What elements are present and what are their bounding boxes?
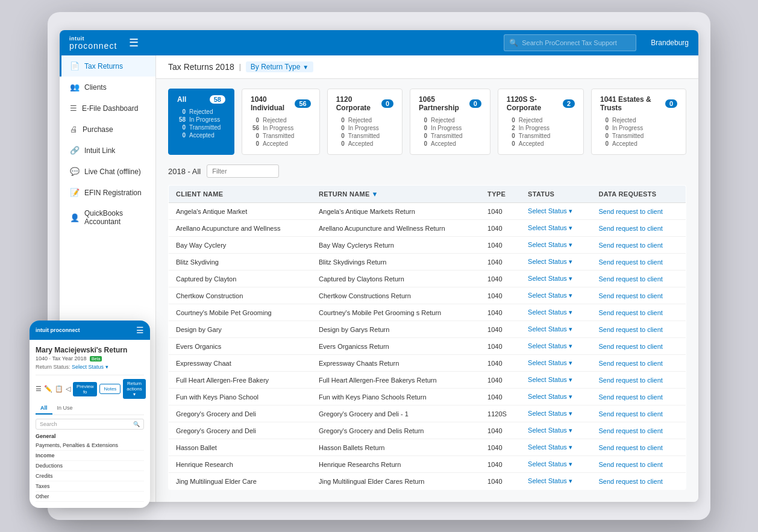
return-name-cell[interactable]: Henrique Researchs Return [312, 456, 480, 473]
filter-badge[interactable]: By Return Type ▼ [246, 61, 313, 72]
send-request-link[interactable]: Send request to client [598, 242, 662, 249]
send-request-link[interactable]: Send request to client [598, 427, 662, 434]
status-select[interactable]: Select Status ▾ [528, 241, 572, 248]
client-name-cell[interactable]: Hasson Ballet [169, 439, 312, 456]
send-request-link[interactable]: Send request to client [598, 326, 662, 333]
status-select[interactable]: Select Status ▾ [528, 258, 572, 265]
client-name-cell[interactable]: Courtney's Mobile Pet Grooming [169, 304, 312, 321]
phone-view-item-2[interactable]: Deductions [36, 461, 144, 471]
client-name-cell[interactable]: Bay Way Cyclery [169, 237, 312, 254]
return-name-cell[interactable]: Courtney's Mobile Pet Grooming s Return [312, 304, 480, 321]
send-request-link[interactable]: Send request to client [598, 444, 662, 451]
phone-view-item-0[interactable]: Payments, Penalties & Extensions [36, 440, 144, 451]
send-request-link[interactable]: Send request to client [598, 225, 662, 232]
phone-tab-all[interactable]: All [36, 402, 52, 415]
send-request-link[interactable]: Send request to client [598, 377, 662, 384]
status-select[interactable]: Select Status ▾ [528, 477, 572, 484]
status-select[interactable]: Select Status ▾ [528, 359, 572, 366]
return-name-cell[interactable]: Gregory's Grocery and Delis Return [312, 422, 480, 439]
return-name-cell[interactable]: Arellano Acupuncture and Wellness Return [312, 220, 480, 237]
phone-notes-button[interactable]: Notes [99, 384, 121, 394]
send-request-link[interactable]: Send request to client [598, 343, 662, 350]
sidebar-item-clients[interactable]: 👥Clients [60, 77, 155, 98]
summary-card-4[interactable]: 1120S S-Corporate 2 0Rejected2In Progres… [498, 89, 584, 155]
summary-card-2[interactable]: 1120 Corporate 0 0Rejected0In Progress0T… [327, 89, 402, 155]
hamburger-menu-icon[interactable]: ☰ [129, 36, 139, 49]
sidebar-item-purchase[interactable]: 🖨Purchase [60, 119, 155, 140]
status-select[interactable]: Select Status ▾ [528, 393, 572, 400]
return-name-cell[interactable]: Hasson Ballets Return [312, 439, 480, 456]
client-name-cell[interactable]: Jing Multilingual Elder Care [169, 473, 312, 490]
client-name-cell[interactable]: Arellano Acupuncture and Wellness [169, 220, 312, 237]
sidebar-item-quickbooks[interactable]: 👤QuickBooks Accountant [60, 203, 155, 232]
send-request-link[interactable]: Send request to client [598, 258, 662, 266]
phone-view-item-5[interactable]: Other [36, 492, 144, 502]
phone-view-item-1[interactable]: Income [36, 451, 144, 461]
client-name-cell[interactable]: Captured by Clayton [169, 271, 312, 287]
return-name-cell[interactable]: Full Heart Allergen-Free Bakerys Return [312, 372, 480, 389]
return-name-cell[interactable]: Expressway Chaats Return [312, 355, 480, 372]
client-name-cell[interactable]: Gregory's Grocery and Deli [169, 422, 312, 439]
phone-status-select[interactable]: Select Status ▾ [72, 364, 108, 370]
phone-icon2[interactable]: ✏️ [44, 385, 52, 393]
client-name-cell[interactable]: Angela's Antique Market [169, 203, 312, 220]
phone-view-item-3[interactable]: Credits [36, 471, 144, 481]
send-request-link[interactable]: Send request to client [598, 292, 662, 299]
send-request-link[interactable]: Send request to client [598, 208, 662, 215]
summary-card-1[interactable]: 1040 Individual 56 0Rejected56In Progres… [242, 89, 320, 155]
return-name-cell[interactable]: Evers Organicss Return [312, 338, 480, 355]
filter-input[interactable] [207, 164, 279, 178]
client-name-cell[interactable]: Full Heart Allergen-Free Bakery [169, 372, 312, 389]
status-select[interactable]: Select Status ▾ [528, 292, 572, 299]
client-name-cell[interactable]: Evers Organics [169, 338, 312, 355]
status-select[interactable]: Select Status ▾ [528, 224, 572, 231]
summary-card-3[interactable]: 1065 Partnership 0 0Rejected0In Progress… [410, 89, 490, 155]
send-request-link[interactable]: Send request to client [598, 275, 662, 283]
status-select[interactable]: Select Status ▾ [528, 342, 572, 349]
return-name-cell[interactable]: Blitz Skydivings Return [312, 254, 480, 271]
status-select[interactable]: Select Status ▾ [528, 443, 572, 451]
phone-return-actions-button[interactable]: Return actions ▾ [123, 379, 145, 399]
client-name-cell[interactable]: Gregory's Grocery and Deli [169, 405, 312, 422]
client-name-cell[interactable]: Fun with Keys Piano School [169, 389, 312, 405]
phone-icon1[interactable]: ☰ [36, 385, 42, 393]
sidebar-item-efin-registration[interactable]: 📝EFIN Registration [60, 182, 155, 203]
return-name-cell[interactable]: Captured by Claytons Return [312, 271, 480, 287]
send-request-link[interactable]: Send request to client [598, 309, 662, 316]
send-request-link[interactable]: Send request to client [598, 410, 662, 418]
status-select[interactable]: Select Status ▾ [528, 275, 572, 282]
sidebar-item-tax-returns[interactable]: 📄Tax Returns [60, 55, 155, 77]
phone-hamburger-icon[interactable]: ☰ [136, 325, 144, 335]
client-name-cell[interactable]: Blitz Skydiving [169, 254, 312, 271]
status-select[interactable]: Select Status ▾ [528, 376, 572, 383]
status-select[interactable]: Select Status ▾ [528, 460, 572, 468]
phone-icon3[interactable]: 📋 [55, 385, 63, 393]
return-name-cell[interactable]: Design by Garys Return [312, 321, 480, 338]
summary-card-5[interactable]: 1041 Estates & Trusts 0 0Rejected0In Pro… [591, 89, 686, 155]
user-name[interactable]: Brandeburg [651, 39, 689, 47]
return-name-cell[interactable]: Jing Multilingual Elder Cares Return [312, 473, 480, 490]
phone-icon4[interactable]: ◁ [66, 385, 70, 393]
phone-view-item-4[interactable]: Taxes [36, 481, 144, 492]
sidebar-item-intuit-link[interactable]: 🔗Intuit Link [60, 140, 155, 161]
status-select[interactable]: Select Status ▾ [528, 325, 572, 333]
search-input[interactable] [522, 39, 631, 46]
phone-tab-inuse[interactable]: In Use [52, 402, 78, 415]
return-name-cell[interactable]: Bay Way Cyclerys Return [312, 237, 480, 254]
summary-card-0[interactable]: All 58 0Rejected58In Progress0Transmitte… [168, 89, 234, 155]
sidebar-item-live-chat[interactable]: 💬Live Chat (offline) [60, 161, 155, 182]
search-bar[interactable]: 🔍 [504, 34, 636, 51]
sidebar-item-efile-dashboard[interactable]: ☰E-File Dashboard [60, 98, 155, 119]
status-select[interactable]: Select Status ▾ [528, 427, 572, 434]
status-select[interactable]: Select Status ▾ [528, 410, 572, 417]
client-name-cell[interactable]: Design by Gary [169, 321, 312, 338]
return-name-cell[interactable]: Chertkow Constructions Return [312, 287, 480, 304]
phone-search-field[interactable]: Search 🔍 [36, 419, 144, 430]
status-select[interactable]: Select Status ▾ [528, 207, 572, 214]
send-request-link[interactable]: Send request to client [598, 393, 662, 401]
col-header-return-name[interactable]: RETURN NAME▼ [312, 186, 480, 203]
send-request-link[interactable]: Send request to client [598, 360, 662, 367]
return-name-cell[interactable]: Angela's Antique Markets Return [312, 203, 480, 220]
phone-preview-button[interactable]: Preview fo [73, 382, 97, 396]
return-name-cell[interactable]: Gregory's Grocery and Deli - 1 [312, 405, 480, 422]
